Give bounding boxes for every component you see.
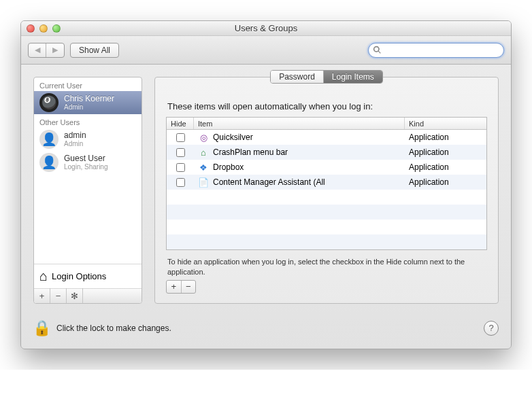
avatar-icon: 👤 (39, 130, 59, 149)
cell-item: 📄Content Manager Assistant (All (194, 177, 405, 188)
preferences-window: Users & Groups ◀ ▶ Show All Current User… (20, 20, 512, 349)
avatar-icon: 👤 (39, 153, 59, 172)
tab-login-items[interactable]: Login Items (324, 71, 382, 83)
user-role: Admin (64, 103, 114, 111)
avatar-icon: 🎱 (39, 93, 59, 112)
user-name: admin (64, 131, 86, 140)
login-items-table: Hide Item Kind ◎QuicksilverApplication⌂C… (166, 117, 487, 250)
table-body: ◎QuicksilverApplication⌂CrashPlan menu b… (167, 130, 486, 249)
cell-item: ❖Dropbox (194, 162, 405, 173)
toolbar: ◀ ▶ Show All (21, 36, 511, 65)
item-name: Dropbox (213, 162, 244, 172)
user-name: Guest User (64, 154, 108, 163)
bottom-bar: 🔒 Click the lock to make changes. ? (21, 316, 511, 349)
user-role: Login, Sharing (64, 163, 108, 171)
login-items-description: These items will open automatically when… (167, 101, 487, 111)
search-field[interactable] (368, 43, 504, 58)
sidebar-item-current-user[interactable]: 🎱 Chris Koerner Admin (34, 91, 142, 114)
user-name: Chris Koerner (64, 94, 114, 103)
help-button[interactable]: ? (484, 321, 499, 336)
user-actions-button[interactable]: ✻ (67, 288, 83, 303)
table-row (167, 205, 486, 220)
cell-kind: Application (405, 133, 486, 142)
cell-item: ◎Quicksilver (194, 132, 405, 143)
sidebar-footer: + − ✻ (34, 288, 142, 303)
item-name: CrashPlan menu bar (213, 147, 288, 157)
table-row (167, 220, 486, 234)
cell-kind: Application (405, 147, 486, 157)
col-item[interactable]: Item (194, 118, 405, 129)
cell-kind: Application (405, 162, 486, 172)
col-hide[interactable]: Hide (167, 118, 194, 129)
forward-button[interactable]: ▶ (46, 43, 64, 57)
tab-password[interactable]: Password (271, 71, 324, 83)
home-icon: ⌂ (39, 268, 48, 284)
login-options-row[interactable]: ⌂ Login Options (34, 264, 142, 288)
item-name: Quicksilver (213, 133, 253, 142)
titlebar: Users & Groups (21, 21, 511, 36)
cell-hide (167, 176, 194, 189)
add-user-button[interactable]: + (34, 288, 50, 303)
add-login-item-button[interactable]: + (167, 281, 182, 293)
item-name: Content Manager Assistant (All (213, 177, 325, 187)
window-title: Users & Groups (21, 23, 511, 33)
lock-text: Click the lock to make changes. (56, 323, 171, 333)
login-items-add-remove: + − (166, 280, 196, 294)
hide-checkbox[interactable] (176, 163, 185, 172)
table-row[interactable]: ⌂CrashPlan menu barApplication (167, 145, 486, 160)
table-header: Hide Item Kind (167, 118, 486, 130)
cell-item: ⌂CrashPlan menu bar (194, 147, 405, 158)
hide-checkbox[interactable] (176, 148, 185, 157)
table-row[interactable]: ◎QuicksilverApplication (167, 130, 486, 145)
show-all-button[interactable]: Show All (70, 43, 119, 58)
current-user-section-label: Current User (34, 77, 142, 91)
tab-group: Password Login Items (270, 70, 383, 84)
table-row (167, 234, 486, 249)
remove-login-item-button[interactable]: − (182, 281, 196, 293)
lock-icon[interactable]: 🔒 (33, 319, 50, 338)
traffic-lights (21, 24, 61, 33)
content-panel: Password Login Items These items will op… (154, 77, 499, 304)
login-options-label: Login Options (52, 271, 106, 281)
sidebar-item-user[interactable]: 👤 admin Admin (34, 128, 142, 151)
other-users-section-label: Other Users (34, 114, 142, 128)
hide-checkbox[interactable] (176, 178, 185, 187)
app-icon: ⌂ (198, 147, 209, 158)
col-kind[interactable]: Kind (405, 118, 486, 129)
remove-user-button[interactable]: − (50, 288, 67, 303)
app-icon: ◎ (198, 132, 209, 143)
back-button[interactable]: ◀ (29, 43, 46, 57)
hide-checkbox[interactable] (176, 133, 185, 142)
cell-hide (167, 146, 194, 159)
minimize-window-button[interactable] (39, 24, 48, 33)
close-window-button[interactable] (27, 24, 35, 33)
table-row (167, 190, 486, 205)
cell-hide (167, 131, 194, 144)
zoom-window-button[interactable] (52, 24, 61, 33)
table-row[interactable]: 📄Content Manager Assistant (AllApplicati… (167, 175, 486, 190)
table-row[interactable]: ❖DropboxApplication (167, 160, 486, 175)
user-role: Admin (64, 140, 86, 147)
search-icon (373, 46, 382, 54)
nav-segmented: ◀ ▶ (28, 43, 65, 58)
user-sidebar: Current User 🎱 Chris Koerner Admin Other… (33, 77, 142, 304)
cell-kind: Application (405, 177, 486, 187)
search-input[interactable] (383, 45, 499, 56)
app-icon: 📄 (198, 177, 209, 188)
app-icon: ❖ (198, 162, 209, 173)
login-items-hint: To hide an application when you log in, … (167, 257, 486, 277)
sidebar-item-user[interactable]: 👤 Guest User Login, Sharing (34, 151, 142, 174)
cell-hide (167, 161, 194, 174)
